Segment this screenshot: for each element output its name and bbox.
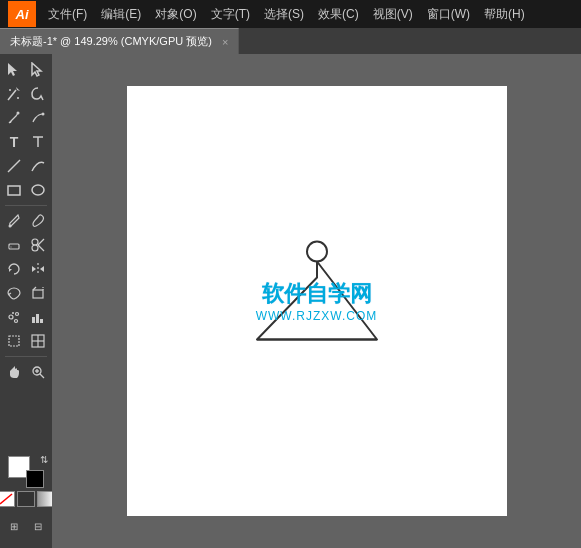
svg-line-40	[40, 374, 44, 378]
menu-item-w[interactable]: 窗口(W)	[421, 4, 476, 25]
tab-label: 未标题-1* @ 149.29% (CMYK/GPU 预览)	[10, 34, 212, 49]
svg-point-4	[9, 89, 11, 91]
svg-point-12	[32, 185, 44, 195]
menu-item-t[interactable]: 文字(T)	[205, 4, 256, 25]
type-tool[interactable]: T	[2, 130, 26, 154]
ai-logo: Ai	[8, 1, 36, 27]
svg-point-5	[17, 97, 19, 99]
tool-row-shape	[0, 178, 52, 202]
warp-tool[interactable]	[2, 281, 26, 305]
svg-rect-32	[32, 317, 35, 323]
tab-close-button[interactable]: ×	[222, 36, 228, 48]
svg-line-2	[8, 90, 16, 100]
tool-row-warp	[0, 281, 52, 305]
svg-point-29	[16, 313, 19, 316]
svg-point-28	[9, 315, 13, 319]
svg-marker-20	[9, 269, 12, 272]
arrange-btn[interactable]: ⊟	[26, 514, 50, 538]
hand-tool[interactable]	[2, 360, 26, 384]
stroke-swatch[interactable]	[26, 470, 44, 488]
toolbar-sep-2	[5, 356, 47, 357]
svg-marker-0	[8, 63, 17, 76]
menu-item-o[interactable]: 对象(O)	[149, 4, 202, 25]
tool-row-hand-zoom	[0, 360, 52, 384]
arc-tool[interactable]	[26, 154, 50, 178]
magic-wand-tool[interactable]	[2, 82, 26, 106]
title-bar: Ai 文件(F)编辑(E)对象(O)文字(T)选择(S)效果(C)视图(V)窗口…	[0, 0, 581, 28]
tool-row-rotate	[0, 257, 52, 281]
menu-item-h[interactable]: 帮助(H)	[478, 4, 531, 25]
svg-rect-34	[40, 319, 43, 323]
rectangle-tool[interactable]	[2, 178, 26, 202]
svg-point-45	[307, 242, 327, 262]
canvas-area: 软件自学网 WWW.RJZXW.COM	[52, 54, 581, 548]
tool-row-symbols	[0, 305, 52, 329]
swap-colors-icon[interactable]: ⇅	[40, 454, 48, 465]
menu-item-v[interactable]: 视图(V)	[367, 4, 419, 25]
menu-item-f[interactable]: 文件(F)	[42, 4, 93, 25]
artboard: 软件自学网 WWW.RJZXW.COM	[127, 86, 507, 516]
left-toolbar: T	[0, 54, 52, 548]
tab-bar: 未标题-1* @ 149.29% (CMYK/GPU 预览) ×	[0, 28, 581, 54]
tool-row-pen	[0, 106, 52, 130]
svg-point-7	[42, 113, 45, 116]
zoom-tool[interactable]	[26, 360, 50, 384]
svg-rect-35	[9, 336, 19, 346]
svg-point-31	[12, 312, 14, 314]
pen-tool[interactable]	[2, 106, 26, 130]
column-graph-tool[interactable]	[26, 305, 50, 329]
svg-rect-25	[33, 290, 43, 298]
color-mode-row	[0, 491, 55, 507]
swatch-container: ⇅	[8, 456, 44, 488]
artboard-tool[interactable]	[2, 329, 26, 353]
svg-point-13	[9, 225, 12, 228]
svg-line-10	[8, 160, 20, 172]
svg-marker-23	[40, 266, 44, 272]
svg-point-30	[15, 320, 18, 323]
tool-row-type: T	[0, 130, 52, 154]
color-btn[interactable]	[17, 491, 35, 507]
toolbar-sep-1	[5, 205, 47, 206]
tool-row-paint	[0, 209, 52, 233]
rotate-tool[interactable]	[2, 257, 26, 281]
svg-marker-3	[16, 87, 20, 91]
eraser-tool[interactable]	[2, 233, 26, 257]
svg-rect-33	[36, 314, 39, 323]
blob-brush-tool[interactable]	[26, 209, 50, 233]
none-color-btn[interactable]	[0, 491, 15, 507]
selection-tool[interactable]	[2, 58, 26, 82]
active-tab[interactable]: 未标题-1* @ 149.29% (CMYK/GPU 预览) ×	[0, 28, 239, 54]
color-area: ⇅ ⊞ ⊟	[0, 456, 55, 544]
svg-point-19	[32, 245, 38, 251]
symbol-sprayer-tool[interactable]	[2, 305, 26, 329]
ellipse-tool[interactable]	[26, 178, 50, 202]
hanger-drawing	[237, 230, 397, 373]
svg-line-16	[38, 239, 44, 245]
curvature-tool[interactable]	[26, 106, 50, 130]
tool-row-2	[0, 82, 52, 106]
menu-bar: 文件(F)编辑(E)对象(O)文字(T)选择(S)效果(C)视图(V)窗口(W)…	[42, 4, 573, 25]
tool-row-1	[0, 58, 52, 82]
svg-rect-11	[8, 186, 20, 195]
lasso-tool[interactable]	[26, 82, 50, 106]
reflect-tool[interactable]	[26, 257, 50, 281]
menu-item-e[interactable]: 编辑(E)	[95, 4, 147, 25]
tool-row-eraser	[0, 233, 52, 257]
touch-type-tool[interactable]	[26, 130, 50, 154]
free-transform-tool[interactable]	[26, 281, 50, 305]
main-area: T	[0, 54, 581, 548]
line-segment-tool[interactable]	[2, 154, 26, 178]
menu-item-s[interactable]: 选择(S)	[258, 4, 310, 25]
paintbrush-tool[interactable]	[2, 209, 26, 233]
svg-marker-22	[32, 266, 36, 272]
menu-item-c[interactable]: 效果(C)	[312, 4, 365, 25]
screen-mode-btn[interactable]: ⊞	[2, 514, 26, 538]
direct-selection-tool[interactable]	[26, 58, 50, 82]
scissors-tool[interactable]	[26, 233, 50, 257]
svg-marker-1	[32, 63, 41, 76]
svg-point-6	[17, 112, 20, 115]
svg-point-18	[32, 239, 38, 245]
tool-row-artboard	[0, 329, 52, 353]
screen-mode-row: ⊞ ⊟	[0, 514, 55, 538]
slice-tool[interactable]	[26, 329, 50, 353]
